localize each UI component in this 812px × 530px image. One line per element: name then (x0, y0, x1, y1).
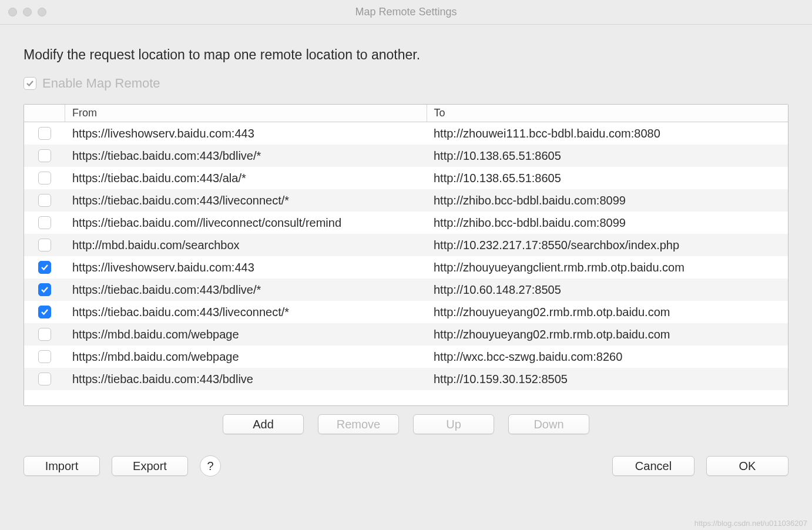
row-from: https://tiebac.baidu.com:443/liveconnect… (65, 194, 427, 207)
row-from: https://tiebac.baidu.com:443/bdlive/* (65, 283, 427, 297)
table-row[interactable]: https://tiebac.baidu.com:443/bdlivehttp:… (24, 368, 788, 390)
check-icon (41, 286, 49, 294)
down-button[interactable]: Down (508, 414, 589, 434)
row-to: http://10.138.65.51:8605 (427, 172, 788, 185)
row-checkbox-cell (24, 194, 65, 207)
row-from: https://tiebac.baidu.com//liveconnect/co… (65, 216, 427, 230)
row-checkbox[interactable] (38, 328, 51, 341)
row-checkbox[interactable] (38, 216, 51, 229)
row-to: http://10.60.148.27:8505 (427, 283, 788, 297)
row-to: http://zhouyueyangclient.rmb.rmb.otp.bai… (427, 261, 788, 274)
close-window-icon[interactable] (8, 8, 17, 16)
traffic-lights (8, 8, 46, 16)
watermark-text: https://blog.csdn.net/u011036207 (694, 519, 807, 528)
row-checkbox[interactable] (38, 127, 51, 140)
row-from: https://liveshowserv.baidu.com:443 (65, 127, 427, 140)
enable-map-remote-row: Enable Map Remote (24, 76, 788, 91)
check-icon (41, 308, 49, 316)
table-row[interactable]: https://tiebac.baidu.com:443/bdlive/*htt… (24, 145, 788, 167)
description-text: Modify the request location to map one r… (24, 47, 788, 63)
enable-map-remote-checkbox[interactable] (24, 77, 36, 90)
minimize-window-icon[interactable] (23, 8, 32, 16)
table-body: https://liveshowserv.baidu.com:443http:/… (24, 122, 788, 405)
zoom-window-icon[interactable] (38, 8, 46, 16)
row-to: http://10.232.217.17:8550/searchbox/inde… (427, 239, 788, 252)
enable-map-remote-label: Enable Map Remote (42, 76, 160, 91)
titlebar: Map Remote Settings (0, 0, 812, 25)
row-to: http://zhouyueyang02.rmb.rmb.otp.baidu.c… (427, 306, 788, 319)
footer-left: Import Export ? (24, 455, 221, 477)
table-row[interactable]: http://mbd.baidu.com/searchboxhttp://10.… (24, 234, 788, 256)
row-to: http://zhouyueyang02.rmb.rmb.otp.baidu.c… (427, 328, 788, 341)
row-checkbox-cell (24, 283, 65, 296)
row-from: https://tiebac.baidu.com:443/ala/* (65, 172, 427, 185)
check-icon (41, 263, 49, 271)
up-button[interactable]: Up (413, 414, 494, 434)
table-header: From To (24, 105, 788, 122)
table-row[interactable]: https://mbd.baidu.com/webpagehttp://wxc.… (24, 345, 788, 368)
footer-right: Cancel OK (612, 456, 788, 476)
row-checkbox[interactable] (38, 172, 51, 185)
row-to: http://wxc.bcc-szwg.baidu.com:8260 (427, 350, 788, 364)
window-title: Map Remote Settings (0, 6, 812, 18)
table-row[interactable]: https://tiebac.baidu.com:443/ala/*http:/… (24, 167, 788, 189)
table-row[interactable]: https://mbd.baidu.com/webpagehttp://zhou… (24, 323, 788, 345)
help-button[interactable]: ? (200, 455, 221, 477)
row-checkbox-cell (24, 172, 65, 185)
table-row[interactable]: https://liveshowserv.baidu.com:443http:/… (24, 256, 788, 279)
table-row[interactable]: https://tiebac.baidu.com:443/liveconnect… (24, 301, 788, 323)
row-from: http://mbd.baidu.com/searchbox (65, 239, 427, 252)
row-checkbox-cell (24, 328, 65, 341)
dialog-footer: Import Export ? Cancel OK (0, 455, 812, 477)
row-from: https://mbd.baidu.com/webpage (65, 350, 427, 364)
check-icon (26, 79, 34, 88)
ok-button[interactable]: OK (706, 456, 788, 476)
row-from: https://tiebac.baidu.com:443/liveconnect… (65, 306, 427, 319)
row-checkbox[interactable] (38, 149, 51, 162)
row-from: https://mbd.baidu.com/webpage (65, 328, 427, 341)
table-row[interactable]: https://tiebac.baidu.com:443/bdlive/*htt… (24, 279, 788, 301)
dialog-content: Modify the request location to map one r… (0, 25, 812, 434)
row-checkbox-cell (24, 239, 65, 251)
row-from: https://tiebac.baidu.com:443/bdlive (65, 373, 427, 386)
row-checkbox[interactable] (38, 283, 51, 296)
table-row[interactable]: https://liveshowserv.baidu.com:443http:/… (24, 122, 788, 145)
header-to[interactable]: To (427, 105, 788, 122)
mappings-table: From To https://liveshowserv.baidu.com:4… (24, 104, 788, 406)
row-to: http://zhibo.bcc-bdbl.baidu.com:8099 (427, 216, 788, 230)
row-checkbox-cell (24, 149, 65, 162)
row-to: http://10.159.30.152:8505 (427, 373, 788, 386)
import-button[interactable]: Import (24, 456, 100, 476)
row-checkbox-cell (24, 261, 65, 274)
row-checkbox[interactable] (38, 306, 51, 318)
row-to: http://zhibo.bcc-bdbl.baidu.com:8099 (427, 194, 788, 207)
row-checkbox-cell (24, 216, 65, 229)
header-from[interactable]: From (65, 105, 427, 122)
row-checkbox[interactable] (38, 261, 51, 274)
row-checkbox-cell (24, 127, 65, 140)
row-to: http://10.138.65.51:8605 (427, 149, 788, 163)
table-row[interactable]: https://tiebac.baidu.com:443/liveconnect… (24, 189, 788, 212)
row-from: https://liveshowserv.baidu.com:443 (65, 261, 427, 274)
row-to: http://zhouwei111.bcc-bdbl.baidu.com:808… (427, 127, 788, 140)
row-checkbox[interactable] (38, 194, 51, 207)
row-checkbox[interactable] (38, 350, 51, 363)
table-row[interactable]: https://tiebac.baidu.com//liveconnect/co… (24, 212, 788, 234)
row-checkbox-cell (24, 306, 65, 318)
row-from: https://tiebac.baidu.com:443/bdlive/* (65, 149, 427, 163)
row-checkbox[interactable] (38, 373, 51, 385)
row-checkbox-cell (24, 350, 65, 363)
cancel-button[interactable]: Cancel (612, 456, 694, 476)
row-checkbox[interactable] (38, 239, 51, 251)
export-button[interactable]: Export (112, 456, 188, 476)
table-actions: Add Remove Up Down (24, 414, 788, 434)
remove-button[interactable]: Remove (318, 414, 399, 434)
header-checkbox-col (24, 105, 65, 122)
add-button[interactable]: Add (223, 414, 304, 434)
row-checkbox-cell (24, 373, 65, 385)
